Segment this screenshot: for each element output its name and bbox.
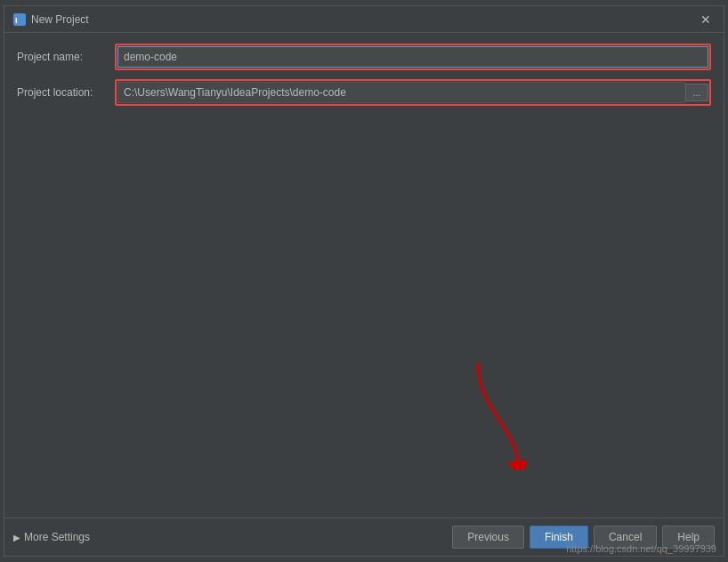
project-name-input-wrapper	[115, 44, 711, 70]
title-bar: I New Project ✕	[4, 6, 724, 33]
more-settings-label: More Settings	[24, 531, 90, 543]
more-settings-arrow: ▶	[13, 533, 20, 542]
main-content-area	[17, 115, 711, 507]
project-name-row: Project name:	[17, 44, 711, 70]
dialog-title: New Project	[31, 13, 89, 26]
project-name-label: Project name:	[17, 51, 115, 63]
project-location-label: Project location:	[17, 86, 115, 99]
finish-arrow	[460, 354, 531, 470]
previous-button[interactable]: Previous	[452, 526, 524, 549]
content-area: Project name: Project location: ...	[4, 33, 724, 518]
project-location-input-wrapper: ...	[115, 79, 711, 106]
title-bar-left: I New Project	[13, 13, 89, 26]
more-settings[interactable]: ▶ More Settings	[13, 531, 90, 543]
project-location-row: Project location: ...	[17, 79, 711, 106]
new-project-dialog: I New Project ✕ Project name: Project lo…	[4, 5, 724, 557]
intellij-icon: I	[13, 13, 26, 26]
close-button[interactable]: ✕	[697, 11, 715, 28]
watermark: https://blog.csdn.net/qq_39997939	[566, 543, 716, 554]
project-location-input[interactable]	[117, 82, 685, 103]
project-name-input[interactable]	[117, 46, 708, 68]
browse-button[interactable]: ...	[685, 84, 708, 101]
svg-text:I: I	[15, 16, 18, 25]
